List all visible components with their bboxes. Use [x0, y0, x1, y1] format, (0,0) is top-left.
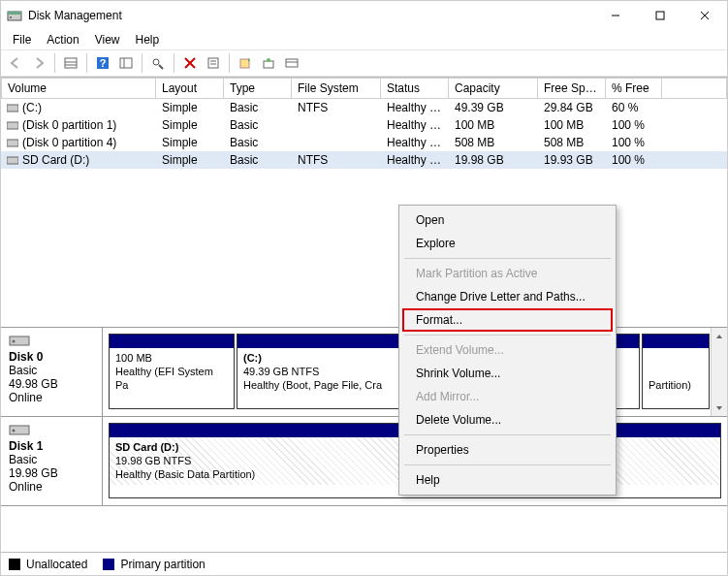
ctx-separator	[404, 434, 611, 435]
disk-kind: Basic	[9, 364, 37, 377]
vol-cap: 19.98 GB	[449, 151, 538, 169]
ctx-shrink[interactable]: Shrink Volume...	[402, 362, 613, 385]
disk-kind: Basic	[9, 453, 37, 466]
disk-row-0: Disk 0 Basic 49.98 GB Online 100 MB Heal…	[1, 328, 727, 417]
partition-size: 49.39 GB NTFS	[243, 366, 319, 377]
settings-button[interactable]	[115, 52, 137, 74]
svg-rect-28	[7, 140, 18, 146]
partition-header	[643, 335, 709, 348]
view-list-button[interactable]	[60, 52, 81, 74]
svg-rect-29	[7, 157, 18, 164]
ctx-mark-active: Mark Partition as Active	[402, 262, 613, 285]
back-button[interactable]	[5, 52, 26, 74]
ctx-format[interactable]: Format...	[402, 308, 613, 332]
disk-icon	[9, 423, 30, 436]
col-spacer	[662, 78, 727, 99]
partition-status: Healthy (EFI System Pa	[115, 366, 213, 391]
properties-button[interactable]	[203, 52, 224, 74]
volume-row[interactable]: (Disk 0 partition 4)SimpleBasicHealthy (…	[1, 134, 727, 151]
volume-row[interactable]: SD Card (D:)SimpleBasicNTFSHealthy (B...…	[1, 151, 727, 169]
partition-status: Healthy (Boot, Page File, Cra	[243, 379, 382, 391]
ctx-properties[interactable]: Properties	[402, 438, 613, 462]
delete-button[interactable]	[179, 52, 201, 74]
menu-help[interactable]: Help	[128, 31, 168, 48]
svg-rect-27	[7, 122, 18, 129]
disk-size: 49.98 GB	[9, 377, 58, 391]
action-button[interactable]	[235, 52, 256, 74]
ctx-open[interactable]: Open	[402, 208, 613, 232]
volume-row[interactable]: (C:)SimpleBasicNTFSHealthy (B...49.39 GB…	[1, 99, 727, 116]
svg-line-15	[159, 65, 163, 69]
scroll-down-icon[interactable]	[712, 400, 728, 416]
vol-pct: 100 %	[606, 116, 662, 134]
ctx-explore[interactable]: Explore	[402, 232, 613, 255]
titlebar[interactable]: Disk Management	[1, 1, 727, 30]
col-layout[interactable]: Layout	[156, 78, 224, 99]
vol-pct: 100 %	[606, 151, 662, 169]
disk-row-1: Disk 1 Basic 19.98 GB Online SD Card (D:…	[1, 417, 727, 506]
minimize-button[interactable]	[593, 1, 638, 30]
col-type[interactable]: Type	[224, 78, 292, 99]
ctx-help[interactable]: Help	[402, 468, 613, 492]
disk-state: Online	[9, 391, 43, 404]
svg-rect-1	[8, 12, 21, 15]
col-filesystem[interactable]: File System	[292, 78, 381, 99]
menu-view[interactable]: View	[87, 31, 128, 48]
list-button[interactable]	[281, 52, 302, 74]
col-volume[interactable]: Volume	[1, 78, 156, 99]
legend: Unallocated Primary partition	[1, 552, 727, 575]
svg-rect-7	[65, 58, 77, 68]
scroll-up-icon[interactable]	[712, 328, 728, 344]
vol-pct: 100 %	[606, 134, 662, 151]
forward-button[interactable]	[28, 52, 49, 74]
disk-label-0[interactable]: Disk 0 Basic 49.98 GB Online	[1, 328, 103, 416]
partition-efi[interactable]: 100 MB Healthy (EFI System Pa	[109, 334, 235, 409]
menu-file[interactable]: File	[5, 31, 39, 48]
partition-status: Healthy (Basic Data Partition)	[115, 468, 255, 480]
scrollbar-vertical[interactable]	[711, 328, 727, 416]
svg-rect-4	[656, 12, 664, 19]
help-button[interactable]: ?	[92, 52, 113, 74]
vol-status: Healthy (B...	[381, 151, 449, 169]
refresh-button[interactable]	[147, 52, 169, 74]
volume-row[interactable]: (Disk 0 partition 1)SimpleBasicHealthy (…	[1, 116, 727, 134]
toolbar-separator	[86, 53, 87, 73]
disk-title: Disk 1	[9, 439, 43, 453]
vol-cap: 100 MB	[449, 116, 538, 134]
ctx-change-letter[interactable]: Change Drive Letter and Paths...	[402, 285, 613, 308]
wizard-button[interactable]	[258, 52, 279, 74]
vol-layout: Simple	[156, 116, 224, 134]
disk-label-1[interactable]: Disk 1 Basic 19.98 GB Online	[1, 417, 103, 505]
maximize-button[interactable]	[638, 1, 682, 30]
legend-primary: Primary partition	[103, 558, 205, 571]
partition-status: Partition)	[649, 379, 691, 391]
ctx-mirror: Add Mirror...	[402, 385, 613, 408]
ctx-delete[interactable]: Delete Volume...	[402, 408, 613, 432]
vol-free: 19.93 GB	[538, 151, 606, 169]
svg-rect-21	[240, 59, 249, 68]
partition-recovery[interactable]: Partition)	[642, 334, 710, 409]
col-status[interactable]: Status	[381, 78, 449, 99]
menu-action[interactable]: Action	[39, 31, 86, 48]
toolbar: ?	[1, 49, 727, 77]
col-freespace[interactable]: Free Spa...	[538, 78, 606, 99]
disk-title: Disk 0	[9, 350, 43, 364]
col-capacity[interactable]: Capacity	[449, 78, 538, 99]
vol-layout: Simple	[156, 99, 224, 116]
disk-state: Online	[9, 480, 43, 494]
vol-pct: 60 %	[606, 99, 662, 116]
vol-name: (C:)	[22, 101, 42, 114]
vol-layout: Simple	[156, 134, 224, 151]
col-pctfree[interactable]: % Free	[606, 78, 662, 99]
vol-layout: Simple	[156, 151, 224, 169]
svg-rect-12	[120, 58, 132, 68]
svg-point-14	[153, 59, 159, 65]
toolbar-separator	[142, 53, 142, 73]
vol-name: SD Card (D:)	[22, 153, 89, 167]
disk-icon	[9, 334, 30, 347]
close-button[interactable]	[682, 1, 727, 30]
disk-map-pane: Disk 0 Basic 49.98 GB Online 100 MB Heal…	[1, 327, 727, 552]
volume-list: Volume Layout Type File System Status Ca…	[1, 77, 727, 169]
vol-type: Basic	[224, 134, 292, 151]
svg-point-31	[13, 340, 16, 343]
